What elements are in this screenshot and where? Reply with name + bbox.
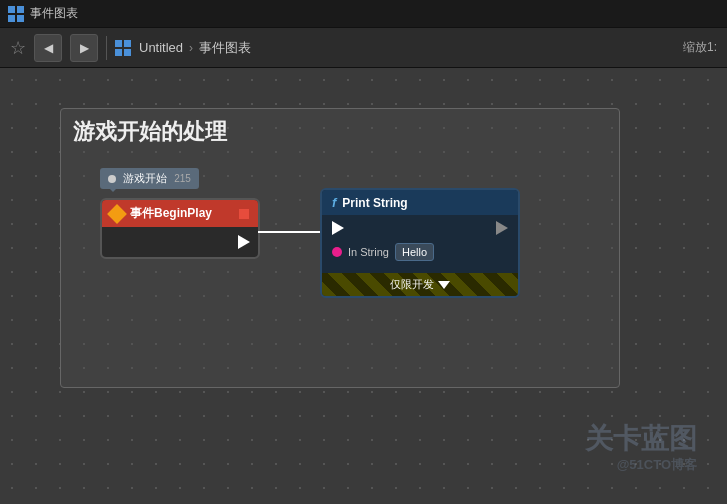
node-printstring-header: f Print String	[322, 190, 518, 215]
watermark-line1: 关卡蓝图	[585, 421, 697, 457]
event-diamond-icon	[107, 204, 127, 224]
favorite-button[interactable]: ☆	[10, 37, 26, 59]
node-beginplay-title: 事件BeginPlay	[130, 205, 212, 222]
instring-row: In String Hello	[332, 243, 508, 261]
forward-arrow-icon: ▶	[80, 41, 89, 55]
group-title: 游戏开始的处理	[61, 109, 619, 155]
node-beginplay-header: 事件BeginPlay	[102, 200, 258, 227]
exec-output-pin[interactable]	[238, 235, 250, 249]
node-printstring-title: Print String	[342, 196, 407, 210]
title-bar: 事件图表	[0, 0, 727, 28]
forward-button[interactable]: ▶	[70, 34, 98, 62]
node-tooltip: 游戏开始 215	[100, 168, 199, 189]
dev-only-label: 仅限开发	[390, 277, 434, 292]
breadcrumb-current: 事件图表	[199, 39, 251, 57]
breadcrumb-separator: ›	[189, 41, 193, 55]
watermark-line2: @51CTO博客	[585, 457, 697, 474]
node-pin-indicator	[238, 208, 250, 220]
exec-pins-row	[332, 221, 508, 235]
back-button[interactable]: ◀	[34, 34, 62, 62]
breadcrumb: Untitled › 事件图表	[139, 39, 251, 57]
function-icon: f	[332, 195, 336, 210]
watermark: 关卡蓝图 @51CTO博客	[585, 421, 697, 474]
node-beginplay-body	[102, 227, 258, 257]
zoom-label: 缩放1:	[683, 39, 717, 56]
node-printstring-body: In String Hello	[322, 215, 518, 273]
tooltip-text: 游戏开始	[123, 172, 167, 184]
blueprint-canvas[interactable]: 游戏开始的处理 游戏开始 215 事件BeginPlay f Print Str…	[0, 68, 727, 504]
titlebar-title: 事件图表	[30, 5, 78, 22]
instring-label: In String	[348, 246, 389, 258]
dev-only-warning: 仅限开发	[322, 273, 518, 296]
node-beginplay[interactable]: 事件BeginPlay	[100, 198, 260, 259]
toolbar-divider	[106, 36, 107, 60]
tooltip-pin-icon	[108, 175, 116, 183]
dev-warning-arrow-icon	[438, 281, 450, 289]
exec-output-pin-outline[interactable]	[496, 221, 508, 235]
node-printstring[interactable]: f Print String In String Hello 仅限开发	[320, 188, 520, 298]
back-arrow-icon: ◀	[44, 41, 53, 55]
blueprint-icon	[115, 40, 131, 56]
tooltip-id: 215	[174, 173, 191, 184]
exec-input-pin[interactable]	[332, 221, 344, 235]
toolbar: ☆ ◀ ▶ Untitled › 事件图表 缩放1:	[0, 28, 727, 68]
string-pin-icon[interactable]	[332, 247, 342, 257]
instring-value[interactable]: Hello	[395, 243, 434, 261]
breadcrumb-root[interactable]: Untitled	[139, 40, 183, 55]
titlebar-icon	[8, 6, 24, 22]
